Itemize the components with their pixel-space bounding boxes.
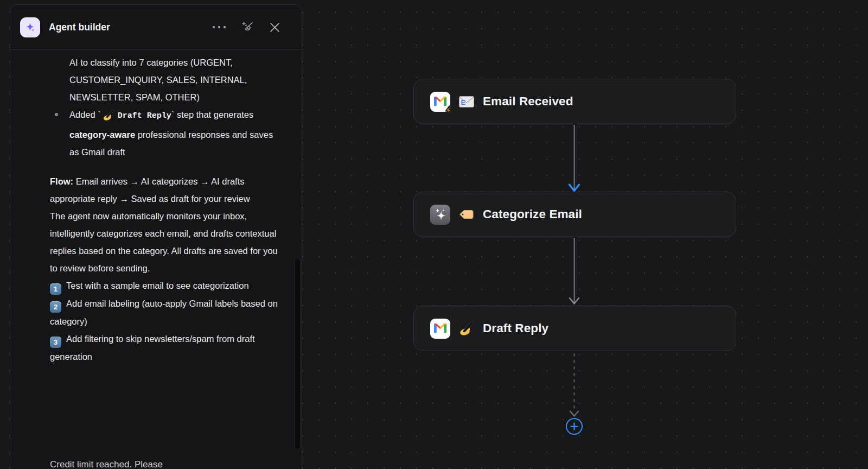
- bullet-dot: [55, 113, 58, 116]
- broom-sparkle-icon: [241, 20, 255, 34]
- ellipsis-icon: [212, 26, 226, 29]
- more-options-button[interactable]: [212, 26, 226, 29]
- scrollbar-thumb[interactable]: [295, 258, 301, 449]
- writing-hand-emoji-icon: [459, 321, 474, 335]
- email-emoji-icon: E: [459, 96, 474, 107]
- svg-text:E: E: [461, 98, 466, 106]
- workflow-node-categorize-email[interactable]: Categorize Email: [413, 192, 736, 237]
- flow-summary-paragraph: Flow: Email arrives → AI categorizes → A…: [50, 173, 279, 207]
- keycap-3-icon: 3: [50, 337, 61, 348]
- gmail-logo-icon: [434, 324, 446, 333]
- next-step-1: 1Test with a sample email to see categor…: [50, 277, 279, 295]
- panel-title: Agent builder: [49, 22, 110, 33]
- list-item-draft-reply-step: Added ` Draft Reply` step that generates…: [69, 106, 279, 161]
- plus-icon: [570, 422, 578, 430]
- list-item-categories: AI to classify into 7 categories (URGENT…: [69, 54, 279, 106]
- panel-header: Agent builder: [10, 5, 302, 50]
- close-x-icon: [270, 22, 280, 33]
- keycap-2-icon: 2: [50, 301, 61, 313]
- agent-summary-paragraph: The agent now automatically monitors you…: [50, 207, 279, 277]
- workflow-node-email-received[interactable]: E Email Received: [413, 79, 736, 124]
- close-panel-button[interactable]: [270, 22, 280, 33]
- next-step-2: 2Add email labeling (auto-apply Gmail la…: [50, 295, 279, 330]
- clear-chat-button[interactable]: [241, 20, 255, 34]
- workflow-node-draft-reply[interactable]: Draft Reply: [413, 306, 736, 351]
- chat-transcript: AI to classify into 7 categories (URGENT…: [10, 50, 302, 365]
- next-step-3: 3Add filtering to skip newsletters/spam …: [50, 330, 279, 365]
- lightning-trigger-badge-icon: [444, 105, 454, 115]
- credit-limit-notice: Credit limit reached. Please: [50, 459, 163, 469]
- label-tag-emoji-icon: [459, 209, 474, 220]
- ai-sparkle-icon: [430, 205, 450, 225]
- gmail-icon: [430, 319, 450, 339]
- agent-builder-panel: Agent builder: [10, 4, 302, 469]
- keycap-1-icon: 1: [50, 283, 61, 295]
- inline-code: Draft Reply: [118, 111, 171, 121]
- agent-builder-logo-icon: [20, 17, 40, 37]
- writing-hand-emoji-icon: [103, 109, 114, 126]
- node-title: Email Received: [483, 94, 573, 109]
- node-title: Draft Reply: [483, 321, 548, 335]
- gmail-trigger-icon: [430, 92, 450, 112]
- node-title: Categorize Email: [483, 207, 582, 221]
- add-step-button[interactable]: [566, 418, 583, 435]
